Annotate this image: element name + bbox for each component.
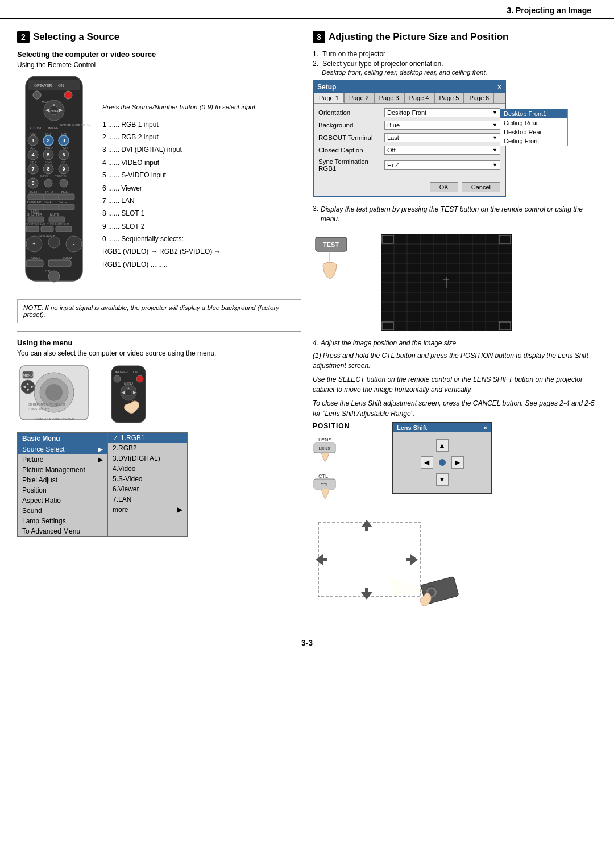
svg-rect-61 (43, 204, 59, 210)
svg-text:YZ: YZ (61, 160, 65, 164)
submenu-label-svideo: 5.S-Video (113, 475, 142, 483)
basic-menu[interactable]: Basic Menu Source Select ▶ Picture ▶ Pic… (17, 432, 108, 537)
step4-desc3: To close the Lens Shift adjustment scree… (313, 398, 597, 419)
svg-text:3D REFORM AUTO ADJUST: 3D REFORM AUTO ADJUST (28, 403, 65, 406)
svg-text:CANCEL: CANCEL (55, 175, 67, 178)
submenu-item-viewer[interactable]: 6.Viewer (108, 484, 187, 494)
source-item-1: 1 ...... RGB 1 input (102, 119, 301, 130)
ls-up-btn[interactable]: ▲ (436, 439, 449, 452)
source-item-9: 9 ...... SLOT 2 (102, 221, 301, 232)
menu-item-picture[interactable]: Picture ▶ (18, 454, 107, 465)
svg-text:PICTURE WHITE BAL. SHARPNESS: PICTURE WHITE BAL. SHARPNESS (60, 124, 91, 127)
menu-item-picture-arrow: ▶ (98, 456, 103, 464)
dialog-value-background[interactable]: Blue ▼ (384, 121, 500, 130)
dialog-tab-page5[interactable]: Page 5 (434, 93, 464, 103)
svg-text:1: 1 (31, 138, 34, 143)
svg-text:VWX: VWX (45, 160, 53, 164)
step4-desc2: Use the SELECT button on the remote cont… (313, 374, 597, 395)
dropdown-option-ceiling-front[interactable]: Ceiling Front (500, 137, 567, 146)
dropdown-arrow-sync[interactable]: ▼ (492, 162, 497, 168)
ls-left-btn[interactable]: ◀ (421, 456, 433, 469)
svg-text:7: 7 (31, 166, 34, 172)
dialog-tab-page2[interactable]: Page 2 (344, 93, 374, 103)
ls-right-btn[interactable]: ▶ (451, 456, 464, 469)
dialog-value-orientation[interactable]: Desktop Front ▼ Desktop Front1 Ceiling R… (384, 108, 500, 117)
menu-item-source-select[interactable]: Source Select ▶ (18, 444, 107, 454)
dialog-row-orientation: Orientation Desktop Front ▼ Desktop Fron… (318, 108, 500, 117)
dropdown-option-ceiling-rear[interactable]: Ceiling Rear (500, 118, 567, 127)
dialog-label-rgbout: RGBOUT Terminal (318, 134, 381, 141)
svg-text:○ LAMP2  ○ STATUS  ○ POWER: ○ LAMP2 ○ STATUS ○ POWER (34, 417, 74, 420)
dropdown-option-desktop-rear[interactable]: Desktop Rear (500, 127, 567, 137)
dialog-tab-page6[interactable]: Page 6 (464, 93, 494, 103)
lens-shift-close-btn[interactable]: × (484, 424, 487, 431)
dialog-tab-page1[interactable]: Page 1 (314, 93, 344, 103)
submenu-item-video[interactable]: 4.Video (108, 464, 187, 474)
menu-item-picture-management[interactable]: Picture Management (18, 465, 107, 475)
ls-down-row: ▼ (436, 473, 449, 486)
dropdown-arrow-background[interactable]: ▼ (492, 122, 497, 128)
submenu-item-dvi[interactable]: 3.DVI(DIGITAL) (108, 453, 187, 464)
dropdown-arrow-caption[interactable]: ▼ (492, 147, 497, 153)
remote-area: POWER OFF ON MENU ▲ ▼ ◀ ▶ ENTER A (17, 73, 301, 291)
source-item-4: 4 ...... VIDEO input (102, 157, 301, 168)
dialog-titlebar: Setup × (314, 81, 505, 93)
svg-text:LENS: LENS (319, 446, 331, 451)
ls-down-btn[interactable]: ▼ (436, 473, 449, 486)
submenu[interactable]: ✓ 1.RGB1 2.RGB2 3.DVI(DIGITAL) 4.Video 5… (108, 432, 188, 537)
svg-point-75 (48, 237, 60, 248)
menu-item-advanced-menu[interactable]: To Advanced Menu (18, 526, 107, 536)
submenu-checkmark-rgb1: ✓ (113, 434, 118, 442)
svg-rect-82 (48, 260, 71, 267)
svg-text:-: - (73, 241, 75, 247)
menu-demo-area: MENU ▲ ▼ ◀ ▶ ○ LAMP2 ○ STATUS ○ POWER 3D… (17, 363, 301, 425)
dropdown-arrow-orientation[interactable]: ▼ (492, 110, 497, 115)
dialog-value-caption[interactable]: Off ▼ (384, 146, 500, 155)
projector-front-svg: MENU ▲ ▼ ◀ ▶ ○ LAMP2 ○ STATUS ○ POWER 3D… (17, 363, 91, 425)
dialog-cancel-btn[interactable]: Cancel (462, 182, 500, 192)
menu-section-title: Using the menu (17, 338, 301, 347)
submenu-item-svideo[interactable]: 5.S-Video (108, 474, 187, 484)
dropdown-arrow-rgbout[interactable]: ▼ (492, 135, 497, 140)
menu-item-sound[interactable]: Sound (18, 506, 107, 516)
dropdown-option-desktop-front1[interactable]: Desktop Front1 (500, 109, 567, 118)
dropdown-options-orientation[interactable]: Desktop Front1 Ceiling Rear Desktop Rear… (500, 109, 568, 146)
menu-item-source-select-arrow: ▶ (98, 445, 103, 453)
dialog-tab-page4[interactable]: Page 4 (404, 93, 434, 103)
menu-item-lamp-settings[interactable]: Lamp Settings (18, 516, 107, 526)
dialog-tab-page3[interactable]: Page 3 (374, 93, 404, 103)
step3-desc: Display the test pattern by pressing the… (321, 205, 597, 224)
section3-title: 3 Adjusting the Picture Size and Positio… (313, 31, 597, 43)
setup-dialog[interactable]: Setup × Page 1 Page 2 Page 3 Page 4 Page… (313, 80, 506, 197)
basic-menu-header: Basic Menu (18, 433, 107, 444)
source-list: Press the Source/Number button (0-9) to … (102, 102, 301, 291)
section2-number: 2 (17, 31, 30, 43)
submenu-item-more[interactable]: more ▶ (108, 505, 187, 515)
dialog-tabs[interactable]: Page 1 Page 2 Page 3 Page 4 Page 5 Page … (314, 93, 505, 104)
step2: 2. Select your type of projector orienta… (313, 60, 597, 68)
svg-rect-67 (49, 217, 65, 222)
submenu-item-rgb2[interactable]: 2.RGB2 (108, 443, 187, 453)
dialog-ok-btn[interactable]: OK (430, 182, 458, 192)
submenu-item-rgb1[interactable]: ✓ 1.RGB1 (108, 433, 187, 443)
menu-item-aspect-ratio[interactable]: Aspect Ratio (18, 495, 107, 506)
svg-rect-55 (43, 194, 59, 200)
svg-text:STU: STU (30, 160, 36, 164)
right-column: 3 Adjusting the Picture Size and Positio… (313, 31, 597, 621)
svg-text:▲: ▲ (26, 382, 30, 386)
svg-text:SHUTTER: SHUTTER (27, 213, 42, 216)
svg-rect-81 (26, 260, 43, 267)
lens-shift-dialog[interactable]: Lens Shift × ▲ ◀ ▶ ▼ (392, 422, 492, 494)
left-column: 2 Selecting a Source Selecting the compu… (17, 31, 301, 621)
svg-text:CTL: CTL (320, 482, 329, 487)
dialog-close-btn[interactable]: × (497, 83, 501, 91)
menu-section: Using the menu You can also select the c… (17, 338, 301, 537)
menu-item-pixel-adjust[interactable]: Pixel Adjust (18, 475, 107, 485)
svg-point-88 (45, 384, 63, 401)
dialog-value-sync[interactable]: Hi-Z ▼ (384, 160, 500, 170)
dialog-value-rgbout[interactable]: Last ▼ (384, 133, 500, 142)
submenu-label-dvi: 3.DVI(DIGITAL) (113, 454, 160, 462)
dialog-row-rgbout: RGBOUT Terminal Last ▼ (318, 133, 500, 142)
menu-item-position[interactable]: Position (18, 485, 107, 495)
submenu-item-lan[interactable]: 7.LAN (108, 494, 187, 505)
